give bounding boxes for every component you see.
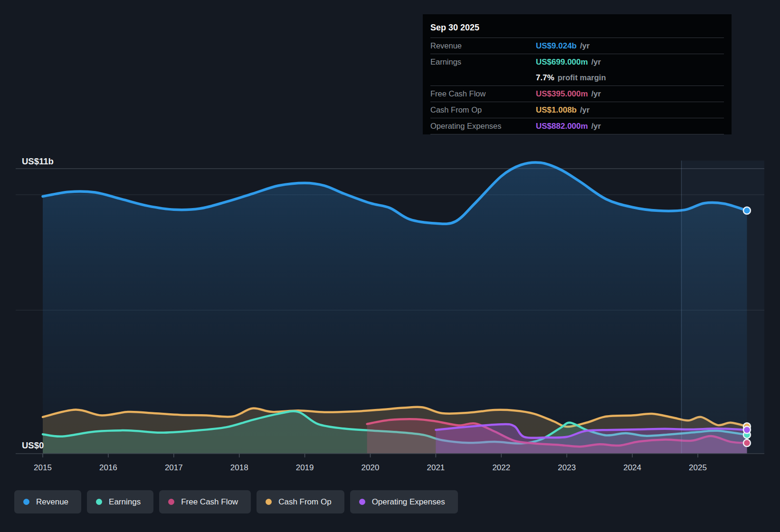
svg-text:2022: 2022	[492, 463, 510, 472]
svg-text:US$0: US$0	[22, 440, 44, 450]
svg-text:2017: 2017	[165, 463, 183, 472]
tooltip-row-profit-margin: 7.7% profit margin	[430, 70, 724, 86]
svg-text:US$11b: US$11b	[22, 156, 54, 166]
cash-from-op-dot-icon	[266, 499, 272, 505]
svg-text:2021: 2021	[427, 463, 445, 472]
svg-text:2015: 2015	[34, 463, 52, 472]
tooltip-row-earnings: Earnings US$699.000m /yr	[430, 54, 724, 70]
svg-text:2016: 2016	[99, 463, 117, 472]
legend-item-revenue[interactable]: Revenue	[14, 490, 81, 513]
svg-text:2020: 2020	[361, 463, 380, 472]
chart-legend: Revenue Earnings Free Cash Flow Cash Fro…	[14, 490, 458, 513]
svg-text:2023: 2023	[558, 463, 576, 472]
free-cash-flow-dot-icon	[168, 499, 174, 505]
tooltip-date: Sep 30 2025	[423, 19, 732, 38]
tooltip-row-free-cash-flow: Free Cash Flow US$395.000m /yr	[430, 86, 724, 102]
legend-item-earnings[interactable]: Earnings	[87, 490, 153, 513]
tooltip-row-cash-from-op: Cash From Op US$1.008b /yr	[430, 102, 724, 118]
svg-text:2024: 2024	[623, 463, 641, 472]
legend-item-cash-from-op[interactable]: Cash From Op	[257, 490, 344, 513]
legend-item-operating-expenses[interactable]: Operating Expenses	[350, 490, 458, 513]
financial-chart-page: 2015201620172018201920202021202220232024…	[0, 0, 780, 532]
revenue-dot-icon	[23, 499, 29, 505]
operating-expenses-dot-icon	[359, 499, 365, 505]
earnings-dot-icon	[96, 499, 102, 505]
svg-text:2025: 2025	[689, 463, 707, 472]
legend-item-free-cash-flow[interactable]: Free Cash Flow	[159, 490, 251, 513]
tooltip-row-revenue: Revenue US$9.024b /yr	[430, 38, 724, 54]
tooltip-row-operating-expenses: Operating Expenses US$882.000m /yr	[430, 118, 724, 134]
svg-text:2018: 2018	[230, 463, 248, 472]
svg-text:2019: 2019	[296, 463, 314, 472]
chart-tooltip: Sep 30 2025 Revenue US$9.024b /yr Earnin…	[423, 14, 732, 134]
